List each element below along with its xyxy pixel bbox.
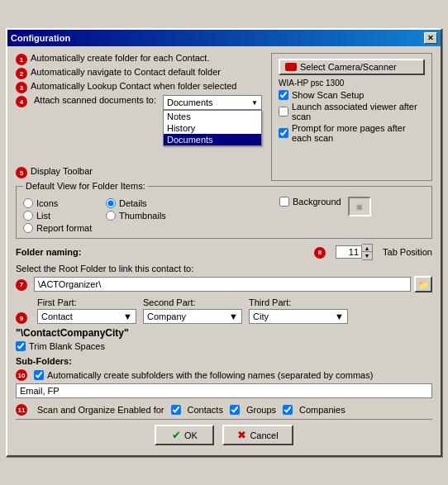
background-preview-button[interactable]: ▦ bbox=[348, 197, 371, 216]
option1-number: 1 bbox=[16, 54, 27, 65]
report-radio[interactable] bbox=[23, 223, 33, 233]
ok-button[interactable]: ✔ OK bbox=[155, 425, 214, 445]
list-radio[interactable] bbox=[23, 211, 33, 221]
tab-position-number: 8 bbox=[314, 247, 326, 259]
option4-label: Attach scanned documents to: bbox=[34, 95, 156, 105]
tab-position-label: Tab Position bbox=[383, 247, 432, 257]
groups-label: Groups bbox=[246, 405, 276, 415]
subfolders-input[interactable] bbox=[16, 383, 432, 398]
root-folder-input[interactable] bbox=[34, 277, 411, 292]
first-part-value: Contact bbox=[41, 311, 73, 321]
folder-naming-section: Folder naming: 8 ▲ ▼ Tab Position bbox=[16, 244, 432, 260]
spin-up-button[interactable]: ▲ bbox=[362, 245, 372, 252]
companies-label: Companies bbox=[299, 405, 346, 415]
first-part-dropdown[interactable]: Contact ▼ bbox=[37, 309, 136, 324]
scan-btn-label: Select Camera/Scanner bbox=[300, 62, 397, 72]
thumbnails-label: Thumbnails bbox=[119, 211, 166, 221]
cancel-icon: ✖ bbox=[237, 429, 246, 441]
attach-dropdown-list: Notes History Documents bbox=[163, 110, 262, 146]
prompt-pages-label: Prompt for more pages after each scan bbox=[292, 123, 425, 143]
spin-down-button[interactable]: ▼ bbox=[362, 252, 372, 259]
folder-browse-button[interactable]: 📁 bbox=[414, 276, 432, 292]
folder-naming-label: Folder naming: bbox=[16, 247, 81, 257]
root-folder-label: Select the Root Folder to link this cont… bbox=[16, 264, 432, 273]
third-part-value: City bbox=[253, 311, 269, 321]
first-part-arrow: ▼ bbox=[123, 311, 132, 321]
option5-label: Display Toolbar bbox=[31, 166, 93, 176]
icons-radio[interactable] bbox=[23, 198, 33, 208]
third-part-dropdown[interactable]: City ▼ bbox=[249, 309, 348, 324]
title-bar-text: Configuration bbox=[11, 33, 70, 43]
default-view-group: Default View for Folder Items: Icons Det… bbox=[16, 186, 432, 239]
second-part-dropdown[interactable]: Company ▼ bbox=[143, 309, 242, 324]
tab-position-input-group: ▲ ▼ bbox=[336, 244, 373, 260]
trim-spaces-label: Trim Blank Spaces bbox=[29, 341, 105, 351]
device-name: WIA-HP psc 1300 bbox=[279, 78, 425, 88]
folder-browse-icon: 📁 bbox=[418, 280, 428, 289]
show-scan-setup-checkbox[interactable] bbox=[279, 90, 288, 100]
subfolders-number: 10 bbox=[16, 369, 27, 381]
subfolders-section: Sub-Folders: 10 Automatically create sub… bbox=[16, 356, 432, 398]
subfolders-title: Sub-Folders: bbox=[16, 356, 432, 366]
groups-checkbox[interactable] bbox=[230, 405, 240, 415]
background-checkbox[interactable] bbox=[279, 197, 289, 207]
details-radio[interactable] bbox=[106, 198, 116, 208]
root-folder-section: Select the Root Folder to link this cont… bbox=[16, 264, 432, 292]
launch-viewer-label: Launch associated viewer after scan bbox=[292, 102, 425, 121]
contacts-checkbox[interactable] bbox=[171, 405, 181, 415]
button-row: ✔ OK ✖ Cancel bbox=[16, 419, 432, 449]
ok-label: OK bbox=[184, 430, 198, 440]
configuration-window: Configuration ✕ 1 Automatically create f… bbox=[6, 28, 442, 457]
option3-number: 3 bbox=[16, 82, 27, 93]
tab-position-input[interactable] bbox=[336, 245, 362, 259]
report-label: Report format bbox=[36, 223, 92, 233]
background-btn-icon: ▦ bbox=[356, 203, 363, 211]
root-folder-number: 7 bbox=[16, 279, 27, 291]
contacts-label: Contacts bbox=[188, 405, 223, 415]
thumbnails-radio[interactable] bbox=[106, 211, 116, 221]
option4-number: 4 bbox=[16, 96, 27, 107]
close-button[interactable]: ✕ bbox=[424, 32, 437, 44]
prompt-pages-checkbox[interactable] bbox=[279, 128, 288, 138]
trim-spaces-checkbox[interactable] bbox=[16, 341, 26, 351]
show-scan-setup-label: Show Scan Setup bbox=[292, 90, 364, 100]
dropdown-item-history[interactable]: History bbox=[164, 122, 261, 134]
third-part-arrow: ▼ bbox=[335, 311, 344, 321]
cancel-label: Cancel bbox=[250, 430, 278, 440]
parts-section: 9 First Part: Contact ▼ Second Part: Com… bbox=[16, 297, 432, 324]
third-part-label: Third Part: bbox=[249, 297, 348, 307]
ok-icon: ✔ bbox=[172, 429, 181, 441]
select-camera-scanner-button[interactable]: Select Camera/Scanner bbox=[279, 59, 425, 75]
spin-buttons: ▲ ▼ bbox=[362, 244, 373, 260]
camera-icon bbox=[285, 63, 297, 71]
option2-label: Automatically navigate to Contact defaul… bbox=[31, 67, 221, 77]
scan-organize-number: 11 bbox=[16, 404, 27, 416]
contact-path: "\ContactCompanyCity" bbox=[16, 327, 432, 339]
icons-label: Icons bbox=[36, 198, 58, 208]
scan-panel: Select Camera/Scanner WIA-HP psc 1300 Sh… bbox=[271, 53, 432, 181]
default-view-title: Default View for Folder Items: bbox=[23, 181, 148, 191]
parts-number: 9 bbox=[16, 312, 27, 324]
second-part-arrow: ▼ bbox=[229, 311, 238, 321]
option3-label: Automatically Lookup Contact when folder… bbox=[31, 81, 236, 91]
attach-dropdown-value: Documents bbox=[167, 97, 213, 107]
second-part-label: Second Part: bbox=[143, 297, 242, 307]
launch-viewer-checkbox[interactable] bbox=[279, 107, 288, 116]
option1-label: Automatically create folder for each Con… bbox=[31, 53, 209, 63]
attach-dropdown[interactable]: Documents ▼ bbox=[163, 95, 262, 110]
companies-checkbox[interactable] bbox=[283, 405, 293, 415]
title-bar: Configuration ✕ bbox=[7, 30, 441, 46]
details-label: Details bbox=[119, 198, 147, 208]
background-label: Background bbox=[293, 197, 341, 207]
option5-number: 5 bbox=[16, 167, 27, 178]
first-part-label: First Part: bbox=[37, 297, 136, 307]
scan-organize-label: Scan and Organize Enabled for bbox=[37, 405, 164, 415]
dropdown-item-documents[interactable]: Documents bbox=[164, 134, 261, 145]
auto-subfolders-label: Automatically create subfolders with the… bbox=[47, 370, 373, 380]
auto-subfolders-checkbox[interactable] bbox=[34, 370, 44, 380]
cancel-button[interactable]: ✖ Cancel bbox=[222, 425, 293, 445]
dropdown-arrow: ▼ bbox=[251, 99, 258, 107]
second-part-value: Company bbox=[147, 311, 186, 321]
list-label: List bbox=[36, 211, 50, 221]
dropdown-item-notes[interactable]: Notes bbox=[164, 111, 261, 122]
